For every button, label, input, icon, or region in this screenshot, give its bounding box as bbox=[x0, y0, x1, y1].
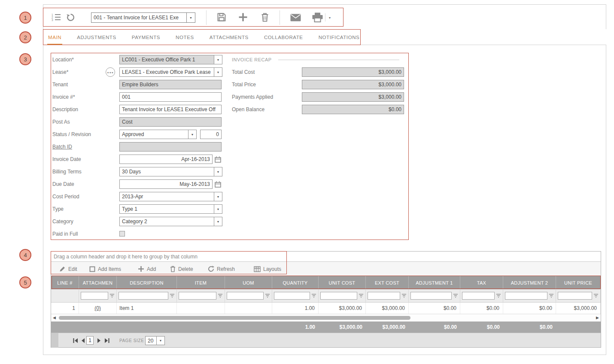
filter-icon[interactable] bbox=[549, 294, 554, 298]
column-header-unit-price[interactable]: UNIT PRICE bbox=[556, 276, 601, 289]
invoice-number-field[interactable]: 001 bbox=[119, 92, 222, 102]
chevron-down-icon[interactable]: ▼ bbox=[214, 55, 222, 64]
grid-add-button[interactable]: Add bbox=[138, 262, 156, 276]
chevron-down-icon[interactable]: ▼ bbox=[186, 13, 195, 22]
filter-icon[interactable] bbox=[170, 294, 175, 298]
paid-in-full-checkbox[interactable] bbox=[119, 231, 125, 237]
lease-lookup-button[interactable]: ●●● bbox=[106, 67, 115, 77]
page-size-select[interactable]: 20 ▼ bbox=[145, 336, 165, 345]
column-header-attachments[interactable]: ATTACHMEN bbox=[79, 276, 117, 289]
filter-icon[interactable] bbox=[265, 294, 270, 298]
column-header-tax[interactable]: TAX bbox=[460, 276, 503, 289]
filter-icon[interactable] bbox=[593, 294, 599, 298]
column-header-quantity[interactable]: QUANTITY bbox=[272, 276, 319, 289]
pager-page-input[interactable]: 1 bbox=[86, 336, 94, 345]
column-header-adjustment-1[interactable]: ADJUSTMENT 1 bbox=[409, 276, 460, 289]
filter-input[interactable] bbox=[274, 292, 310, 300]
filter-input[interactable] bbox=[505, 292, 547, 300]
pager-last-button[interactable] bbox=[103, 337, 110, 344]
print-button[interactable] bbox=[312, 12, 323, 22]
cost-period-select[interactable]: 2013-Apr ▼ bbox=[119, 192, 222, 201]
delete-record-button[interactable] bbox=[260, 12, 270, 22]
column-header-unit-cost[interactable]: UNIT COST bbox=[319, 276, 366, 289]
column-header-ext-cost[interactable]: EXT COST bbox=[366, 276, 409, 289]
payments-applied-label: Payments Applied bbox=[232, 92, 273, 102]
save-button[interactable] bbox=[216, 12, 227, 22]
location-select[interactable]: LC001 - Executive Office Park 1 ▼ bbox=[119, 55, 222, 64]
page-size-value: 20 bbox=[146, 337, 156, 345]
invoice-date-field[interactable]: Apr-16-2013 bbox=[119, 155, 213, 164]
description-field[interactable]: Tenant Invoice for LEASE1 Executive Off bbox=[119, 105, 222, 114]
invoice-date-calendar-button[interactable] bbox=[214, 156, 221, 163]
scrollbar-thumb[interactable] bbox=[59, 316, 410, 320]
filter-icon[interactable] bbox=[218, 294, 223, 298]
due-date-calendar-button[interactable] bbox=[214, 181, 221, 188]
filter-input[interactable] bbox=[320, 292, 357, 300]
pager-next-button[interactable] bbox=[96, 337, 103, 344]
chevron-down-icon[interactable]: ▼ bbox=[188, 130, 196, 139]
tab-attachments[interactable]: ATTACHMENTS bbox=[210, 29, 249, 45]
chevron-down-icon[interactable]: ▼ bbox=[214, 217, 222, 226]
filter-input[interactable] bbox=[410, 292, 452, 300]
lease-select[interactable]: LEASE1 - Executive Office Park Lease ▼ bbox=[119, 67, 222, 77]
tab-main[interactable]: MAIN bbox=[48, 29, 61, 45]
filter-input[interactable] bbox=[179, 292, 216, 300]
filter-input[interactable] bbox=[558, 292, 592, 300]
filter-input[interactable] bbox=[368, 292, 400, 300]
grid-data-row[interactable]: 1 (0) Item 1 1.00 $3,000.00 $3,000.00 $0… bbox=[51, 303, 601, 314]
scroll-right-icon[interactable]: ▶ bbox=[596, 315, 599, 320]
grid-add-items-button[interactable]: Add Items bbox=[89, 262, 121, 276]
grid-delete-button[interactable]: Delete bbox=[170, 262, 193, 276]
grid-group-drop-area[interactable]: Drag a column header and drop it here to… bbox=[51, 252, 601, 262]
revision-field[interactable]: 0 bbox=[200, 130, 222, 139]
column-header-item[interactable]: ITEM bbox=[177, 276, 225, 289]
filter-input[interactable] bbox=[462, 292, 495, 300]
filter-icon[interactable] bbox=[496, 294, 501, 298]
tab-bar: MAIN ADJUSTMENTS PAYMENTS NOTES ATTACHME… bbox=[43, 29, 606, 45]
filter-icon[interactable] bbox=[359, 294, 364, 298]
column-header-line[interactable]: LINE # bbox=[51, 276, 79, 289]
print-options-dropdown[interactable]: ▼ bbox=[327, 15, 333, 21]
grid-edit-button[interactable]: Edit bbox=[59, 262, 77, 276]
billing-terms-select[interactable]: 30 Days ▼ bbox=[119, 167, 222, 176]
filter-icon[interactable] bbox=[401, 294, 407, 298]
type-select[interactable]: Type 1 ▼ bbox=[119, 204, 222, 214]
batch-id-label[interactable]: Batch ID bbox=[52, 142, 72, 152]
summary-uom bbox=[225, 322, 272, 333]
category-select[interactable]: Category 2 ▼ bbox=[119, 217, 222, 226]
chevron-down-icon[interactable]: ▼ bbox=[214, 68, 222, 76]
filter-input[interactable] bbox=[81, 292, 108, 300]
pager-first-button[interactable] bbox=[72, 337, 79, 344]
summary-adjustment-2: $0.00 bbox=[503, 322, 556, 333]
add-record-button[interactable] bbox=[237, 12, 249, 22]
chevron-down-icon[interactable]: ▼ bbox=[214, 192, 222, 201]
grid-horizontal-scrollbar[interactable]: ◀ ▶ bbox=[51, 314, 601, 322]
scroll-left-icon[interactable]: ◀ bbox=[53, 315, 56, 320]
filter-icon[interactable] bbox=[453, 294, 458, 298]
chevron-down-icon[interactable]: ▼ bbox=[214, 167, 222, 176]
email-button[interactable] bbox=[290, 13, 301, 22]
filter-input[interactable] bbox=[227, 292, 264, 300]
pager-prev-button[interactable] bbox=[79, 337, 86, 344]
chevron-down-icon[interactable]: ▼ bbox=[214, 205, 222, 213]
status-select[interactable]: Approved ▼ bbox=[119, 130, 197, 139]
tab-adjustments[interactable]: ADJUSTMENTS bbox=[77, 29, 116, 45]
record-selector-combobox[interactable]: 001 - Tenant Invoice for LEASE1 Exe ▼ bbox=[91, 12, 195, 23]
column-header-description[interactable]: DESCRIPTION bbox=[117, 276, 177, 289]
record-list-button[interactable]: 1 2 3 bbox=[51, 12, 61, 22]
column-header-uom[interactable]: UOM bbox=[225, 276, 272, 289]
filter-input[interactable] bbox=[119, 292, 168, 300]
grid-refresh-button[interactable]: Refresh bbox=[208, 262, 235, 276]
filter-icon[interactable] bbox=[109, 294, 115, 298]
column-header-adjustment-2[interactable]: ADJUSTMENT 2 bbox=[503, 276, 556, 289]
grid-layouts-button[interactable]: Layouts bbox=[254, 262, 281, 276]
tab-notifications[interactable]: NOTIFICATIONS bbox=[319, 29, 360, 45]
tab-notes[interactable]: NOTES bbox=[176, 29, 194, 45]
filter-icon[interactable] bbox=[311, 294, 316, 298]
due-date-field[interactable]: May-16-2013 bbox=[119, 179, 213, 189]
attachments-link[interactable]: (0) bbox=[94, 305, 101, 311]
history-button[interactable] bbox=[65, 12, 76, 22]
tab-collaborate[interactable]: COLLABORATE bbox=[264, 29, 303, 45]
chevron-down-icon[interactable]: ▼ bbox=[156, 337, 164, 345]
tab-payments[interactable]: PAYMENTS bbox=[132, 29, 160, 45]
